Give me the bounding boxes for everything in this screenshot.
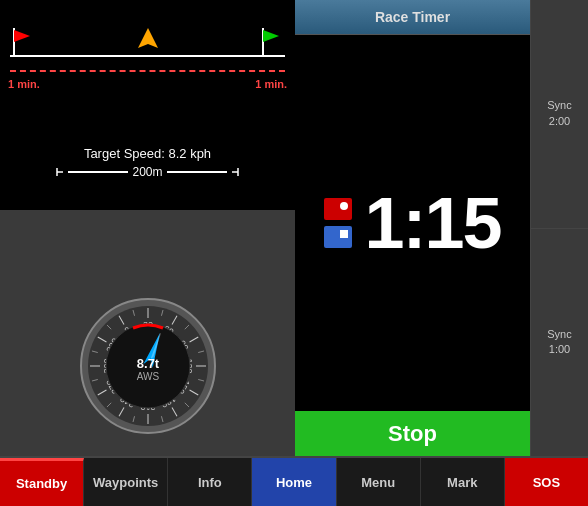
flag-red-small xyxy=(324,198,352,220)
svg-text:8.7t: 8.7t xyxy=(136,356,159,371)
timer-display: 1:15 xyxy=(364,187,500,259)
distance-line-2 xyxy=(167,171,227,173)
race-start-line xyxy=(10,55,285,57)
tab-menu[interactable]: Menu xyxy=(337,458,421,506)
tab-standby-label: Standby xyxy=(16,476,67,491)
compass-area: 30 60 90 120 150 180 210 240 270 300 330… xyxy=(78,296,218,436)
flag-blue-small xyxy=(324,226,352,248)
tab-menu-label: Menu xyxy=(361,475,395,490)
race-timer-title: Race Timer xyxy=(375,9,450,25)
tab-sos-label: SOS xyxy=(533,475,560,490)
distance-line xyxy=(68,171,128,173)
race-timer-header: Race Timer xyxy=(295,0,530,35)
timer-display-area: 1:15 xyxy=(295,35,530,411)
race-timer-main: Race Timer 1:15 Stop xyxy=(295,0,530,456)
distance-arrow-right xyxy=(231,166,239,178)
distance-label: 200m xyxy=(132,165,162,179)
tab-home[interactable]: Home xyxy=(252,458,336,506)
tab-mark[interactable]: Mark xyxy=(421,458,505,506)
svg-marker-2 xyxy=(138,28,158,48)
tab-info-label: Info xyxy=(198,475,222,490)
tab-bar: Standby Waypoints Info Home Menu Mark SO… xyxy=(0,456,588,506)
boat-icon xyxy=(138,28,158,52)
race-dashed-line xyxy=(10,70,285,72)
sync-item-1[interactable]: Sync2:00 xyxy=(531,0,588,229)
tab-standby[interactable]: Standby xyxy=(0,458,84,506)
target-speed-area: Target Speed: 8.2 kph 200m xyxy=(0,140,295,185)
sync-item-2[interactable]: Sync1:00 xyxy=(531,229,588,457)
compass-wrap: 30 60 90 120 150 180 210 240 270 300 330… xyxy=(78,296,218,436)
tab-mark-label: Mark xyxy=(447,475,477,490)
svg-marker-4 xyxy=(263,30,279,42)
flag-icons xyxy=(324,198,352,248)
tab-sos[interactable]: SOS xyxy=(505,458,588,506)
compass-svg: 30 60 90 120 150 180 210 240 270 300 330… xyxy=(78,296,218,436)
red-flag-icon xyxy=(12,28,34,58)
time-label-right: 1 min. xyxy=(255,78,287,90)
svg-text:AWS: AWS xyxy=(136,371,159,382)
sync-panel: Sync2:00 Sync1:00 xyxy=(530,0,588,456)
sync-label-1: Sync2:00 xyxy=(547,98,571,129)
race-line-area: 1 min. 1 min. xyxy=(0,0,295,140)
left-panel: 1 min. 1 min. Target Speed: 8.2 kph 200m xyxy=(0,0,295,456)
sync-label-2: Sync1:00 xyxy=(547,327,571,358)
tab-waypoints[interactable]: Waypoints xyxy=(84,458,168,506)
distance-arrow-left xyxy=(56,166,64,178)
tab-home-label: Home xyxy=(276,475,312,490)
stop-label: Stop xyxy=(388,421,437,447)
right-panel: Race Timer 1:15 Stop Sync2:00 xyxy=(295,0,588,456)
tab-info[interactable]: Info xyxy=(168,458,252,506)
target-speed-label: Target Speed: 8.2 kph xyxy=(0,146,295,161)
stop-button[interactable]: Stop xyxy=(295,411,530,456)
tab-waypoints-label: Waypoints xyxy=(93,475,158,490)
time-label-left: 1 min. xyxy=(8,78,40,90)
green-flag-icon xyxy=(261,28,283,58)
distance-bar: 200m xyxy=(0,165,295,179)
svg-marker-1 xyxy=(14,30,30,42)
